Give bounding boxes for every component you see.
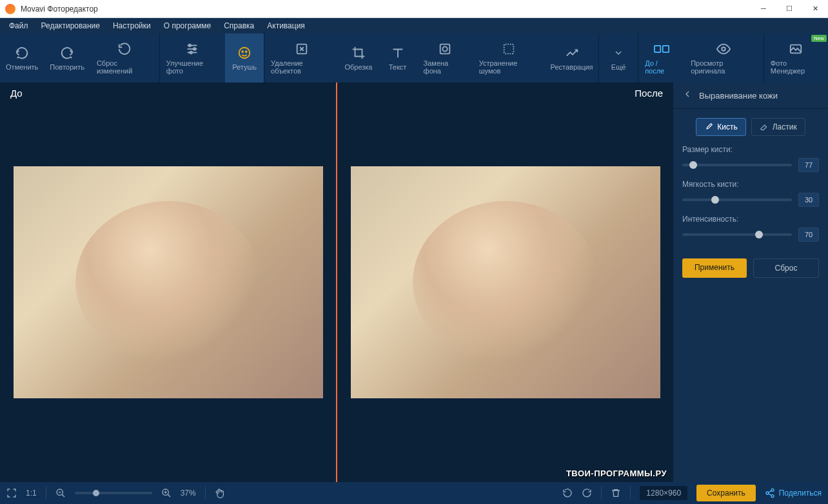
image-dimensions: 1280×960 [640,486,687,500]
zoom-in-button[interactable] [161,488,172,498]
remove-objects-button[interactable]: Удаление объектов [264,34,339,82]
share-icon [765,488,775,498]
svg-rect-14 [662,46,668,52]
retouch-button[interactable]: Ретушь [225,34,264,82]
face-icon [237,45,252,61]
menu-settings[interactable]: Настройки [106,21,157,30]
chevron-down-icon [611,45,626,61]
text-button[interactable]: Текст [379,34,417,82]
zoom-percent: 37% [181,489,196,498]
photo-manager-button[interactable]: New Фото Менеджер [764,34,828,82]
fullscreen-icon [6,488,17,498]
svg-point-15 [722,47,726,51]
after-image[interactable] [351,166,660,398]
svg-point-24 [771,489,774,491]
intensity-value[interactable]: 70 [798,228,819,242]
zoom-out-button[interactable] [55,488,66,498]
side-panel: Выравнивание кожи Кисть Ластик Размер ки… [673,82,828,482]
view-original-button[interactable]: Просмотр оригинала [684,34,764,82]
brush-icon [704,122,713,131]
svg-line-27 [768,490,771,492]
rotate-right-button[interactable] [582,488,592,498]
rotate-left-icon [562,488,573,498]
rotate-left-button[interactable] [562,488,573,498]
canvas-area: До После ТВОИ-ПРОГРАММЫ.РУ [0,82,673,482]
crop-icon [351,45,366,61]
minimize-button[interactable]: ─ [756,5,771,13]
menu-about[interactable]: О программе [157,21,217,30]
brush-size-value[interactable]: 77 [798,158,819,172]
back-button[interactable] [682,89,693,102]
before-image[interactable] [14,166,323,398]
menu-help[interactable]: Справка [217,21,261,30]
rotate-right-icon [582,488,592,498]
maximize-button[interactable]: ☐ [782,5,797,13]
menubar: Файл Редактирование Настройки О программ… [0,18,828,34]
manager-icon [788,41,803,57]
menu-file[interactable]: Файл [3,21,35,30]
sliders-icon [184,41,200,57]
svg-rect-10 [440,44,449,54]
before-panel: До [0,82,336,482]
background-button[interactable]: Замена фона [417,34,473,82]
intensity-label: Интенсивность: [682,215,819,224]
after-panel: После ТВОИ-ПРОГРАММЫ.РУ [337,82,673,482]
undo-button[interactable]: Отменить [0,34,44,82]
crop-button[interactable]: Обрезка [339,34,378,82]
titlebar: Movavi Фоторедактор ─ ☐ ✕ [0,0,828,18]
intensity-slider[interactable] [682,233,792,236]
softness-slider[interactable] [682,199,792,201]
softness-value[interactable]: 30 [798,193,819,207]
reset-changes-button[interactable]: Сброс изменений [90,34,159,82]
reset-button[interactable]: Сброс [753,258,819,278]
menu-activation[interactable]: Активация [261,21,311,30]
zoom-in-icon [161,488,172,498]
zoom-slider[interactable] [75,492,152,494]
svg-rect-13 [654,46,660,52]
compare-icon [654,41,669,57]
window-title: Movavi Фоторедактор [21,5,756,14]
fullscreen-button[interactable] [6,488,17,498]
toolbar: Отменить Повторить Сброс изменений Улучш… [0,34,828,82]
brush-size-slider[interactable] [682,164,792,166]
svg-point-11 [442,46,447,51]
panel-title: Выравнивание кожи [699,91,778,101]
reset-icon [117,41,132,57]
share-button[interactable]: Поделиться [765,488,822,498]
brush-size-label: Размер кисти: [682,145,819,154]
trash-icon [611,488,621,498]
hand-icon [215,488,225,498]
svg-line-28 [768,494,771,496]
after-label: После [635,88,663,99]
svg-point-6 [239,48,250,59]
fit-button[interactable]: 1:1 [26,489,37,498]
redo-button[interactable]: Повторить [44,34,90,82]
noise-button[interactable]: Устранение шумов [473,34,545,82]
svg-line-21 [168,494,170,497]
svg-point-26 [771,495,774,498]
statusbar: 1:1 37% 1280×960 Сохранить Поделиться [0,482,828,504]
softness-label: Мягкость кисти: [682,180,819,189]
hand-tool-button[interactable] [215,488,225,498]
restore-button[interactable]: Реставрация [545,34,598,82]
svg-point-7 [242,51,243,52]
svg-point-8 [246,51,247,52]
more-button[interactable]: Ещё [599,34,638,82]
noise-icon [501,41,517,57]
svg-rect-12 [504,44,513,54]
apply-button[interactable]: Применить [682,258,747,278]
delete-button[interactable] [611,488,621,498]
menu-edit[interactable]: Редактирование [35,21,106,30]
enhance-button[interactable]: Улучшение фото [160,34,225,82]
eraser-icon [760,122,769,131]
zoom-out-icon [55,488,66,498]
brush-tab[interactable]: Кисть [696,118,745,136]
close-button[interactable]: ✕ [807,5,823,13]
bg-icon [437,41,453,57]
text-icon [390,45,406,61]
eraser-tab[interactable]: Ластик [751,118,805,136]
remove-icon [294,41,310,57]
save-button[interactable]: Сохранить [696,485,756,501]
before-after-button[interactable]: До / после [638,34,684,82]
svg-point-25 [766,492,769,494]
